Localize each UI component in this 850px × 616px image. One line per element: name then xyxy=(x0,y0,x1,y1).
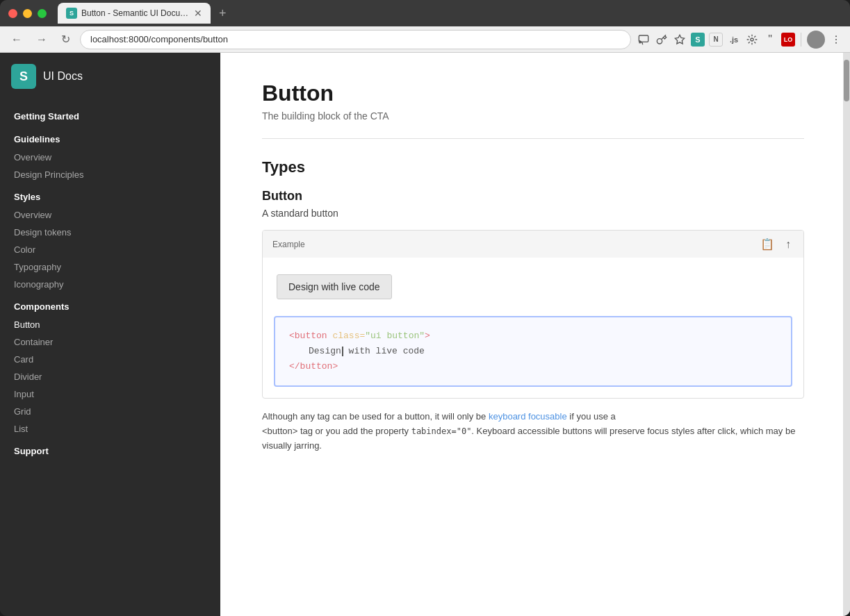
logo-icon: S xyxy=(11,64,36,89)
code-line-2: Design with live code xyxy=(289,344,777,359)
sidebar-item-input[interactable]: Input xyxy=(0,385,220,403)
tab-close-icon[interactable]: ✕ xyxy=(194,8,202,19)
note-text-3: <button> tag or you add the property xyxy=(262,426,411,436)
example-preview: Design with live code xyxy=(263,258,803,316)
svg-marker-2 xyxy=(675,35,684,44)
svg-point-4 xyxy=(835,35,837,37)
expand-button[interactable]: ↑ xyxy=(783,237,794,252)
sidebar-item-overview-guidelines[interactable]: Overview xyxy=(0,149,220,166)
content-area: Button The building block of the CTA Typ… xyxy=(220,53,846,481)
main-content: Button The building block of the CTA Typ… xyxy=(220,53,850,616)
sidebar-item-design-tokens[interactable]: Design tokens xyxy=(0,224,220,241)
toolbar-divider xyxy=(801,33,801,47)
logo-text: UI Docs xyxy=(43,70,83,83)
subsection-button-desc: A standard button xyxy=(262,208,804,219)
js-icon[interactable]: .js xyxy=(727,33,741,47)
refresh-button[interactable]: ↻ xyxy=(57,30,74,49)
code-tag-bracket: > xyxy=(425,331,430,341)
key-icon[interactable] xyxy=(655,33,669,47)
example-label: Example xyxy=(272,240,305,249)
title-bar: S Button - Semantic UI Documen ✕ + xyxy=(0,0,850,26)
sidebar-logo: S UI Docs xyxy=(0,64,220,103)
page-content: S UI Docs Getting Started Guidelines Ove… xyxy=(0,53,850,616)
sidebar-section-guidelines: Guidelines xyxy=(0,126,220,149)
code-attr-class: class= xyxy=(332,331,365,341)
sidebar-item-divider[interactable]: Divider xyxy=(0,368,220,385)
cast-icon[interactable] xyxy=(637,33,651,47)
user-avatar[interactable] xyxy=(807,31,825,49)
svg-point-6 xyxy=(835,42,837,43)
back-button[interactable]: ← xyxy=(7,31,26,49)
scrollbar[interactable] xyxy=(843,53,850,616)
sidebar-item-button[interactable]: Button xyxy=(0,316,220,333)
sidebar-item-card[interactable]: Card xyxy=(0,351,220,368)
code-tag-open: <button xyxy=(289,331,327,341)
address-bar[interactable]: localhost:8000/components/button xyxy=(80,30,631,49)
minimize-button[interactable] xyxy=(23,9,32,18)
active-tab[interactable]: S Button - Semantic UI Documen ✕ xyxy=(58,3,211,24)
maximize-button[interactable] xyxy=(38,9,47,18)
menu-icon[interactable] xyxy=(829,33,843,47)
star-icon[interactable] xyxy=(673,33,687,47)
note-link[interactable]: keyboard focusable xyxy=(489,411,567,422)
forward-button[interactable]: → xyxy=(32,31,51,49)
code-text-design: Design xyxy=(309,346,341,356)
scrollbar-thumb[interactable] xyxy=(844,60,849,101)
example-box: Example 📋 ↑ Design with live code <butto… xyxy=(262,230,804,399)
subsection-button-title: Button xyxy=(262,189,804,203)
example-actions: 📋 ↑ xyxy=(758,236,794,252)
svg-point-5 xyxy=(835,39,837,40)
settings-icon[interactable] xyxy=(745,33,759,47)
sidebar-section-components: Components xyxy=(0,293,220,316)
note-text-2: if you use a xyxy=(567,411,616,422)
svg-point-3 xyxy=(751,38,753,41)
title-divider xyxy=(262,138,804,139)
browser-toolbar: ← → ↻ localhost:8000/components/button S… xyxy=(0,26,850,53)
sidebar-item-color[interactable]: Color xyxy=(0,241,220,258)
code-line-1: <button class="ui button"> xyxy=(289,328,777,344)
tab-bar: S Button - Semantic UI Documen ✕ + xyxy=(58,3,842,24)
code-tag-close: </button> xyxy=(289,361,338,372)
sidebar-item-list[interactable]: List xyxy=(0,420,220,438)
sidebar-item-iconography[interactable]: Iconography xyxy=(0,276,220,293)
code-text-rest: with live code xyxy=(343,346,425,356)
notion-icon[interactable]: N xyxy=(709,33,723,47)
section-types-title: Types xyxy=(262,158,804,176)
example-header: Example 📋 ↑ xyxy=(263,231,803,258)
sidebar-section-getting-started: Getting Started xyxy=(0,103,220,126)
sidebar-item-design-principles[interactable]: Design Principles xyxy=(0,166,220,183)
sidebar-section-support: Support xyxy=(0,438,220,460)
lastpass-icon[interactable]: LO xyxy=(781,33,795,47)
sidebar: S UI Docs Getting Started Guidelines Ove… xyxy=(0,53,220,616)
code-string-class: "ui button" xyxy=(365,331,425,341)
sidebar-item-typography[interactable]: Typography xyxy=(0,258,220,276)
toolbar-icons: S N .js " LO xyxy=(637,31,843,49)
sidebar-item-overview-styles[interactable]: Overview xyxy=(0,206,220,224)
new-tab-button[interactable]: + xyxy=(215,6,231,21)
close-button[interactable] xyxy=(8,9,17,18)
sidebar-item-grid[interactable]: Grid xyxy=(0,403,220,420)
extension-s-icon[interactable]: S xyxy=(691,33,705,47)
tab-favicon: S xyxy=(66,8,77,19)
note-text-1: Although any tag can be used for a butto… xyxy=(262,411,489,422)
note-paragraph: Although any tag can be used for a butto… xyxy=(262,410,804,453)
url-text: localhost:8000/components/button xyxy=(90,34,228,44)
tab-title: Button - Semantic UI Documen xyxy=(81,8,190,18)
demo-button[interactable]: Design with live code xyxy=(277,274,392,299)
copy-button[interactable]: 📋 xyxy=(758,236,777,252)
code-block[interactable]: <button class="ui button"> Design with l… xyxy=(274,316,792,387)
page-subtitle: The building block of the CTA xyxy=(262,110,804,122)
sidebar-item-container[interactable]: Container xyxy=(0,333,220,351)
page-title: Button xyxy=(262,81,804,106)
sidebar-section-styles: Styles xyxy=(0,183,220,206)
note-code: tabindex="0" xyxy=(411,426,472,436)
svg-point-1 xyxy=(657,38,662,43)
code-line-3: </button> xyxy=(289,359,777,374)
quote-icon[interactable]: " xyxy=(763,33,777,47)
